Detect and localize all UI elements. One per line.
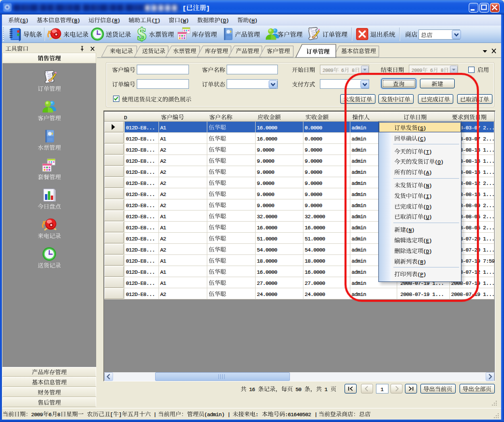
svg-text:A1: A1: [160, 269, 167, 275]
svg-text:A2: A2: [160, 181, 167, 186]
svg-text:A1: A1: [160, 214, 167, 220]
svg-text:1...: 1...: [483, 192, 494, 197]
svg-text:16.0000: 16.0000: [305, 225, 326, 231]
svg-text:27.0000: 27.0000: [257, 281, 278, 286]
svg-text:1...: 1...: [483, 169, 494, 175]
svg-text:2...: 2...: [483, 203, 494, 209]
svg-text:012D-E8...: 012D-E8...: [126, 214, 156, 220]
svg-text:1...: 1...: [483, 158, 494, 164]
svg-text:16.0000: 16.0000: [257, 225, 278, 231]
svg-text:1...: 1...: [483, 147, 494, 153]
svg-text:012D-E8...: 012D-E8...: [126, 269, 156, 275]
svg-text:9.0000: 9.0000: [305, 192, 323, 197]
svg-text:A2: A2: [160, 236, 167, 242]
svg-text:012D-E8...: 012D-E8...: [126, 125, 156, 131]
svg-text:54.0000: 54.0000: [305, 247, 326, 253]
svg-text:9.0000: 9.0000: [305, 169, 323, 175]
svg-text:012D-E8...: 012D-E8...: [126, 203, 156, 209]
svg-text:012D-E8...: 012D-E8...: [126, 147, 156, 153]
svg-text:9.0000: 9.0000: [305, 158, 323, 164]
svg-text:012D-E8...: 012D-E8...: [126, 292, 156, 297]
svg-text:24.0000: 24.0000: [305, 292, 326, 297]
svg-text:A2: A2: [160, 158, 167, 164]
svg-text:18.0000: 18.0000: [257, 258, 278, 264]
svg-text:9.0000: 9.0000: [257, 203, 275, 209]
svg-text:0.0000: 0.0000: [305, 125, 323, 131]
svg-text:012D-E8...: 012D-E8...: [126, 258, 156, 264]
svg-text:54.0000: 54.0000: [257, 247, 278, 253]
svg-text:A2: A2: [160, 203, 167, 209]
svg-text:1...: 1...: [483, 292, 494, 297]
svg-text:9.0000: 9.0000: [257, 169, 275, 175]
svg-text:27.0000: 27.0000: [305, 281, 326, 286]
svg-text:012D-E8...: 012D-E8...: [126, 192, 156, 197]
svg-text:9.0000: 9.0000: [257, 147, 275, 153]
svg-text:1...: 1...: [483, 247, 494, 253]
svg-text:51.0000: 51.0000: [257, 236, 278, 242]
svg-text:2...: 2...: [483, 225, 494, 231]
svg-text:16.0000: 16.0000: [257, 136, 278, 142]
svg-text:012D-E8...: 012D-E8...: [126, 225, 156, 231]
svg-text:2...: 2...: [483, 181, 494, 186]
svg-text:A2: A2: [160, 292, 167, 297]
svg-text:51.0000: 51.0000: [305, 236, 326, 242]
svg-text:9.0000: 9.0000: [305, 203, 323, 209]
svg-text:24.0000: 24.0000: [257, 292, 278, 297]
svg-text:7:59: 7:59: [483, 258, 494, 264]
svg-text:9.0000: 9.0000: [305, 147, 323, 153]
svg-text:0.0000: 0.0000: [305, 136, 323, 142]
svg-text:A2: A2: [160, 247, 167, 253]
svg-text:16.0000: 16.0000: [257, 125, 278, 131]
svg-text:A1: A1: [160, 125, 167, 131]
svg-text:9.0000: 9.0000: [305, 181, 323, 186]
svg-text:012D-E8...: 012D-E8...: [126, 136, 156, 142]
svg-text:012D-E8...: 012D-E8...: [126, 247, 156, 253]
svg-text:A2: A2: [160, 192, 167, 197]
svg-text:9.0000: 9.0000: [257, 158, 275, 164]
svg-text:2...: 2...: [483, 136, 494, 142]
svg-text:2...: 2...: [483, 125, 494, 131]
svg-text:A1: A1: [160, 136, 167, 142]
svg-text:1...: 1...: [483, 281, 494, 286]
svg-text:A1: A1: [160, 258, 167, 264]
svg-text:1...: 1...: [483, 269, 494, 275]
svg-text:9.0000: 9.0000: [257, 181, 275, 186]
svg-text:012D-E8...: 012D-E8...: [126, 158, 156, 164]
svg-text:16.0000: 16.0000: [257, 269, 278, 275]
svg-text:9.0000: 9.0000: [257, 192, 275, 197]
svg-text:A2: A2: [160, 147, 167, 153]
svg-text:32.0000: 32.0000: [305, 214, 326, 220]
svg-text:1...: 1...: [483, 236, 494, 242]
svg-text:012D-E8...: 012D-E8...: [126, 281, 156, 286]
svg-text:18.0000: 18.0000: [305, 258, 326, 264]
svg-text:012D-E8...: 012D-E8...: [126, 169, 156, 175]
svg-text:012D-E8...: 012D-E8...: [126, 236, 156, 242]
svg-text:012D-E8...: 012D-E8...: [126, 181, 156, 186]
svg-text:A2: A2: [160, 169, 167, 175]
svg-text:32.0000: 32.0000: [257, 214, 278, 220]
svg-text:A1: A1: [160, 225, 167, 231]
svg-text:2...: 2...: [483, 214, 494, 220]
svg-text:16.0000: 16.0000: [305, 269, 326, 275]
svg-text:A1: A1: [160, 281, 167, 286]
